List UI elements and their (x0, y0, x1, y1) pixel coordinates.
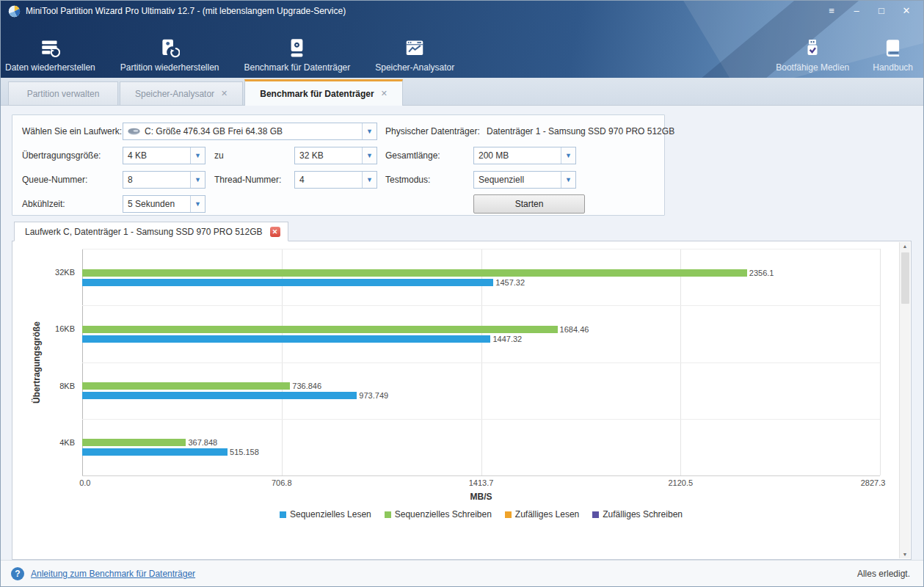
transfer-to-value: 32 KB (295, 150, 362, 161)
toolbar-item-label: Benchmark für Datenträger (244, 62, 351, 73)
chevron-down-icon[interactable]: ▼ (362, 147, 376, 164)
bar-row: 736.846 (82, 382, 880, 390)
x-axis-ticks: 0.0706.81413.72120.52827.3 (82, 478, 880, 491)
window-controls: ≡ – □ ✕ (822, 4, 916, 18)
legend-swatch (592, 511, 599, 518)
scroll-down-icon[interactable]: ▼ (903, 552, 908, 557)
legend-item: Zufälliges Lesen (505, 509, 579, 519)
bar-value-label: 1684.46 (560, 325, 589, 334)
transfer-from-select[interactable]: 4 KB ▼ (123, 147, 205, 164)
chevron-down-icon[interactable]: ▼ (190, 147, 205, 164)
chart-group-32KB: 32KB2356.11457.32 (82, 249, 880, 305)
bar-sequenzielles-schreiben (82, 439, 186, 446)
bar-row: 2356.1 (82, 269, 880, 277)
x-tick-label: 2827.3 (861, 478, 886, 487)
chevron-down-icon[interactable]: ▼ (362, 172, 376, 188)
bar-chart: Übertragungsgröße 32KB2356.11457.3216KB1… (82, 249, 880, 476)
transfer-to-select[interactable]: 32 KB ▼ (294, 147, 377, 164)
space-analyzer-icon (404, 37, 425, 58)
total-length-value: 200 MB (474, 150, 561, 161)
chart-legend: Sequenzielles LesenSequenzielles Schreib… (82, 509, 880, 519)
result-tab[interactable]: Laufwerk C, Datenträger 1 - Samsung SSD … (14, 222, 288, 241)
tab-close-icon[interactable]: ✕ (381, 89, 388, 98)
chevron-down-icon[interactable]: ▼ (561, 147, 575, 164)
bar-value-label: 1457.32 (495, 278, 525, 287)
chevron-down-icon[interactable]: ▼ (362, 123, 376, 139)
toolbar-item-benchmark[interactable]: Benchmark für Datenträger (244, 37, 351, 73)
benchmark-help-link[interactable]: Anleitung zum Benchmark für Datenträger (31, 569, 195, 579)
result-tab-close-icon[interactable]: ✕ (270, 227, 280, 237)
toolbar-left-group: Daten wiederherstellen Partition wiederh… (5, 37, 454, 73)
toolbar-item-label: Handbuch (873, 62, 913, 73)
queue-number-label: Queue-Nummer: (22, 170, 87, 189)
bar-sequenzielles-schreiben (82, 326, 558, 333)
tab-benchmark-datentraeger[interactable]: Benchmark für Datenträger ✕ (244, 79, 403, 106)
tab-bar: Partition verwalten Speicher-Analysator … (1, 78, 923, 106)
status-text: Alles erledigt. (857, 569, 910, 579)
bar-row: 1457.32 (82, 278, 880, 286)
scroll-up-icon[interactable]: ▲ (903, 244, 908, 249)
legend-swatch (505, 511, 512, 518)
chevron-down-icon[interactable]: ▼ (561, 172, 575, 188)
toolbar-item-bootfaehige-medien[interactable]: Bootfähige Medien (776, 37, 849, 73)
bar-sequenzielles-lesen (82, 279, 493, 286)
cooldown-value: 5 Sekunden (123, 199, 190, 209)
toolbar-right-group: Bootfähige Medien Handbuch (776, 37, 913, 73)
drive-select[interactable]: C: Größe 476.34 GB Frei 64.38 GB ▼ (123, 123, 377, 140)
tab-label: Benchmark für Datenträger (260, 89, 374, 99)
bar-value-label: 736.846 (292, 382, 321, 390)
tab-label: Speicher-Analysator (135, 89, 214, 99)
transfer-size-label: Übertragungsgröße: (22, 146, 101, 165)
vertical-scrollbar[interactable]: ▲ ▼ (899, 242, 910, 558)
toolbar-item-label: Bootfähige Medien (776, 62, 849, 73)
legend-swatch (280, 511, 286, 518)
chevron-down-icon[interactable]: ▼ (190, 172, 205, 188)
toolbar-item-daten-wiederherstellen[interactable]: Daten wiederherstellen (5, 37, 95, 73)
thread-number-select[interactable]: 4 ▼ (294, 171, 377, 189)
test-mode-select[interactable]: Sequenziell ▼ (473, 171, 576, 189)
tab-partition-verwalten[interactable]: Partition verwalten (8, 81, 118, 105)
thread-number-label: Thread-Nummer: (214, 170, 281, 189)
bar-sequenzielles-lesen (82, 448, 228, 456)
chart-group-4KB: 4KB367.848515.158 (82, 419, 880, 475)
bar-value-label: 1447.32 (492, 335, 522, 343)
bar-value-label: 367.848 (188, 438, 217, 447)
chart-group-8KB: 8KB736.846973.749 (82, 362, 880, 419)
toolbar: Daten wiederherstellen Partition wiederh… (1, 21, 923, 78)
category-label: 16KB (23, 324, 75, 334)
queue-number-select[interactable]: 8 ▼ (123, 171, 205, 189)
toolbar-item-partition-wiederherstellen[interactable]: Partition wiederherstellen (120, 37, 219, 73)
toolbar-item-label: Partition wiederherstellen (120, 62, 219, 73)
bar-row: 1447.32 (82, 335, 880, 343)
total-length-label: Gesamtlänge: (385, 146, 440, 165)
menu-icon[interactable]: ≡ (822, 4, 841, 18)
minimize-icon[interactable]: – (847, 4, 866, 18)
tab-speicher-analysator[interactable]: Speicher-Analysator ✕ (120, 81, 243, 105)
help-icon[interactable]: ? (11, 567, 24, 580)
scrollbar-thumb[interactable] (901, 252, 909, 304)
cooldown-select[interactable]: 5 Sekunden ▼ (123, 195, 205, 213)
queue-number-value: 8 (123, 175, 190, 185)
bar-row: 1684.46 (82, 325, 880, 333)
category-label: 32KB (23, 268, 75, 277)
category-label: 4KB (23, 438, 75, 448)
partition-recovery-icon (160, 37, 180, 58)
chevron-down-icon[interactable]: ▼ (190, 196, 205, 212)
x-tick-label: 2120.5 (668, 478, 693, 487)
start-button[interactable]: Starten (473, 194, 585, 214)
maximize-icon[interactable]: □ (872, 4, 891, 18)
close-icon[interactable]: ✕ (897, 4, 916, 18)
x-tick-label: 0.0 (79, 478, 90, 487)
total-length-select[interactable]: 200 MB ▼ (473, 147, 576, 164)
tab-close-icon[interactable]: ✕ (221, 89, 228, 98)
bar-row: 973.749 (82, 392, 880, 400)
x-tick-label: 706.8 (272, 478, 292, 487)
toolbar-item-speicher-analysator[interactable]: Speicher-Analysator (375, 37, 454, 73)
category-label: 8KB (23, 382, 75, 391)
toolbar-item-label: Daten wiederherstellen (5, 62, 95, 73)
app-logo-icon (8, 5, 21, 18)
x-tick-label: 1413.7 (469, 478, 494, 487)
app-window: MiniTool Partition Wizard Pro Ultimativ … (0, 0, 924, 587)
toolbar-item-handbuch[interactable]: Handbuch (873, 37, 913, 73)
bar-row: 515.158 (82, 448, 880, 456)
